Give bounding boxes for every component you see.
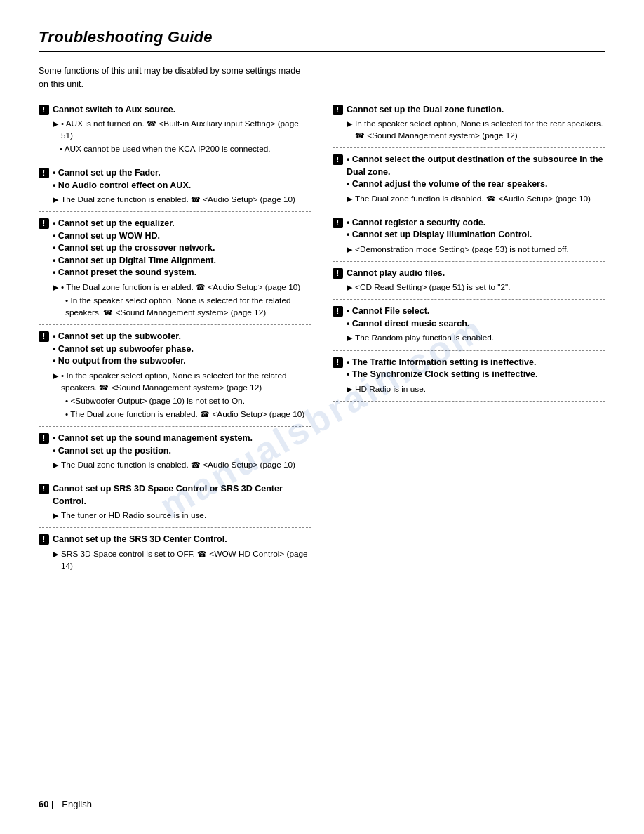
section-title: • Cannot File select.• Cannot direct mus… bbox=[347, 305, 469, 330]
arrow-text: SRS 3D Space control is set to OFF. ☎ <W… bbox=[61, 548, 311, 572]
section-security-illumination: ! • Cannot register a security code.• Ca… bbox=[333, 217, 605, 256]
language-label: English bbox=[62, 799, 92, 809]
warning-icon: ! bbox=[333, 105, 343, 115]
section-divider bbox=[39, 324, 311, 325]
section-divider bbox=[39, 161, 311, 161]
section-divider bbox=[39, 527, 311, 528]
section-divider bbox=[39, 477, 311, 477]
section-dual-zone: ! Cannot set up the Dual zone function. … bbox=[333, 104, 605, 143]
arrow-item: ▶ • The Dual zone function is enabled. ☎… bbox=[53, 282, 311, 293]
left-column: ! Cannot switch to Aux source. ▶ • AUX i… bbox=[39, 104, 311, 584]
section-divider bbox=[39, 211, 311, 212]
section-header: ! Cannot set up SRS 3D Space Control or … bbox=[39, 483, 311, 508]
section-body: ▶ The tuner or HD Radio source is in use… bbox=[53, 510, 311, 522]
section-header: ! • Cannot File select.• Cannot direct m… bbox=[333, 305, 605, 330]
arrow-text: The Dual zone function is enabled. ☎ <Au… bbox=[61, 194, 295, 206]
section-title: • Cannot set up the subwoofer.• Cannot s… bbox=[53, 331, 194, 368]
warning-icon: ! bbox=[333, 268, 343, 279]
footer-separator: | bbox=[51, 799, 56, 809]
section-file-select: ! • Cannot File select.• Cannot direct m… bbox=[333, 305, 605, 344]
section-title: • Cannot register a security code.• Cann… bbox=[347, 217, 532, 241]
arrow-item: ▶ HD Radio is in use. bbox=[347, 383, 605, 395]
arrow-item: ▶ • AUX is not turned on. ☎ <Built-in Au… bbox=[53, 118, 311, 142]
arrow-icon: ▶ bbox=[347, 384, 352, 395]
section-body: ▶ • In the speaker select option, None i… bbox=[53, 370, 311, 421]
section-header: ! • Cannot set up the equalizer.• Cannot… bbox=[39, 218, 311, 279]
arrow-text: • In the speaker select option, None is … bbox=[65, 295, 311, 319]
arrow-icon: ▶ bbox=[53, 510, 58, 522]
section-title: • The Traffic Information setting is ine… bbox=[347, 357, 538, 381]
section-body: ▶ <Demonstration mode Setting> (page 53)… bbox=[347, 244, 605, 256]
arrow-icon: ▶ bbox=[347, 244, 352, 256]
section-divider bbox=[333, 211, 605, 211]
arrow-item: ▶ The Dual zone function is enabled. ☎ <… bbox=[53, 459, 311, 471]
arrow-icon: ▶ bbox=[53, 282, 58, 293]
section-body: ▶ The Random play function is enabled. bbox=[347, 332, 605, 344]
section-header: ! • Cannot select the output destination… bbox=[333, 154, 605, 191]
warning-icon: ! bbox=[39, 433, 49, 444]
section-title: Cannot switch to Aux source. bbox=[53, 104, 175, 117]
section-title: • Cannot set up the Fader.• No Audio con… bbox=[53, 167, 191, 192]
warning-icon: ! bbox=[333, 218, 343, 228]
section-srs-space: ! Cannot set up SRS 3D Space Control or … bbox=[39, 483, 311, 522]
section-body: ▶ In the speaker select option, None is … bbox=[347, 118, 605, 142]
arrow-item: ▶ The Random play function is enabled. bbox=[347, 332, 605, 344]
section-divider bbox=[39, 578, 311, 578]
sub-bullet: • AUX cannot be used when the KCA-iP200 … bbox=[60, 143, 311, 155]
arrow-icon: ▶ bbox=[347, 194, 352, 205]
warning-icon: ! bbox=[39, 331, 49, 342]
section-body: ▶ <CD Read Setting> (page 51) is set to … bbox=[347, 282, 605, 293]
warning-icon: ! bbox=[39, 484, 49, 494]
section-title: • Cannot set up the equalizer.• Cannot s… bbox=[53, 218, 216, 279]
page-footer: 60 | English bbox=[39, 799, 92, 809]
arrow-item: ▶ The Dual zone function is enabled. ☎ <… bbox=[53, 194, 311, 206]
arrow-icon: ▶ bbox=[347, 119, 352, 130]
section-divider bbox=[333, 401, 605, 402]
arrow-item: ▶ The tuner or HD Radio source is in use… bbox=[53, 510, 311, 522]
section-title: • Cannot set up the sound management sys… bbox=[53, 432, 253, 457]
page: manualsbrain.com Troubleshooting Guide S… bbox=[0, 0, 644, 834]
arrow-item: ▶ In the speaker select option, None is … bbox=[347, 118, 605, 142]
arrow-text: In the speaker select option, None is se… bbox=[355, 118, 605, 142]
arrow-icon: ▶ bbox=[53, 549, 58, 560]
arrow-text: The tuner or HD Radio source is in use. bbox=[61, 510, 206, 522]
section-header: ! Cannot switch to Aux source. bbox=[39, 104, 311, 117]
section-audio-files: ! Cannot play audio files. ▶ <CD Read Se… bbox=[333, 267, 605, 294]
arrow-item: ▶ SRS 3D Space control is set to OFF. ☎ … bbox=[53, 548, 311, 572]
section-title: Cannot set up the Dual zone function. bbox=[347, 104, 504, 117]
arrow-icon: ▶ bbox=[53, 460, 58, 471]
section-divider bbox=[333, 299, 605, 300]
intro-text: Some functions of this unit may be disab… bbox=[39, 65, 305, 91]
section-body: ▶ HD Radio is in use. bbox=[347, 383, 605, 395]
arrow-icon: ▶ bbox=[53, 371, 58, 382]
section-header: ! • Cannot set up the Fader.• No Audio c… bbox=[39, 167, 311, 192]
section-body: ▶ The Dual zone function is enabled. ☎ <… bbox=[53, 194, 311, 206]
arrow-item: ▶ The Dual zone function is disabled. ☎ … bbox=[347, 193, 605, 205]
arrow-text: • AUX is not turned on. ☎ <Built-in Auxi… bbox=[61, 118, 311, 142]
arrow-item: ▶ • In the speaker select option, None i… bbox=[53, 370, 311, 394]
page-number: 60 bbox=[39, 799, 48, 809]
section-body: ▶ SRS 3D Space control is set to OFF. ☎ … bbox=[53, 548, 311, 572]
section-body: ▶ The Dual zone function is enabled. ☎ <… bbox=[53, 459, 311, 471]
warning-icon: ! bbox=[39, 218, 49, 229]
warning-icon: ! bbox=[333, 306, 343, 317]
section-divider bbox=[333, 350, 605, 351]
section-body: ▶ • The Dual zone function is enabled. ☎… bbox=[53, 282, 311, 319]
section-header: ! • Cannot set up the subwoofer.• Cannot… bbox=[39, 331, 311, 368]
section-header: ! Cannot play audio files. bbox=[333, 267, 605, 280]
arrow-icon: ▶ bbox=[347, 333, 352, 344]
section-body: ▶ • AUX is not turned on. ☎ <Built-in Au… bbox=[53, 118, 311, 155]
warning-icon: ! bbox=[333, 357, 343, 368]
section-title: Cannot set up the SRS 3D Center Control. bbox=[53, 534, 227, 546]
arrow-text: <CD Read Setting> (page 51) is set to "2… bbox=[355, 282, 511, 293]
warning-icon: ! bbox=[333, 154, 343, 165]
section-body: ▶ The Dual zone function is disabled. ☎ … bbox=[347, 193, 605, 205]
section-header: ! • Cannot set up the sound management s… bbox=[39, 432, 311, 457]
section-subwoofer: ! • Cannot set up the subwoofer.• Cannot… bbox=[39, 331, 311, 421]
arrow-item: ▶ <Demonstration mode Setting> (page 53)… bbox=[347, 244, 605, 256]
section-divider bbox=[333, 261, 605, 262]
section-divider bbox=[39, 426, 311, 427]
section-header: ! • Cannot register a security code.• Ca… bbox=[333, 217, 605, 241]
arrow-text: The Dual zone function is enabled. ☎ <Au… bbox=[61, 459, 295, 471]
arrow-text: • In the speaker select option, None is … bbox=[61, 370, 311, 394]
